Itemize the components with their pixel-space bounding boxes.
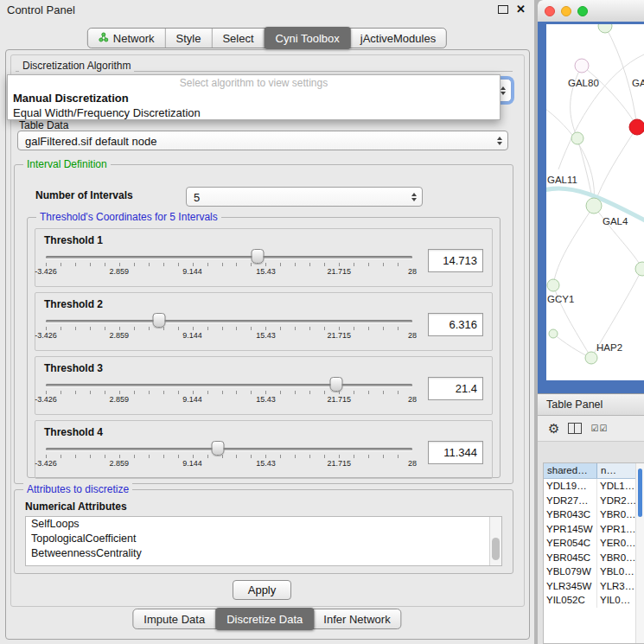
table-data-combobox[interactable]: galFiltered.sif default node	[17, 131, 508, 150]
scale-tick-label: -3.426	[35, 395, 57, 404]
gear-icon[interactable]: ⚙	[548, 422, 559, 435]
zoom-traffic-light-icon[interactable]	[577, 6, 588, 16]
number-of-intervals-combobox[interactable]: 5	[186, 187, 423, 207]
node-label: GAL80	[568, 78, 599, 88]
threshold-2-value-field[interactable]: 6.316	[428, 313, 483, 336]
tab-jactivemodules[interactable]: jActiveModules	[350, 29, 446, 48]
threshold-4-slider[interactable]: -3.4262.8599.14415.4321.71528	[44, 440, 414, 473]
threshold-3-value-field[interactable]: 21.4	[428, 377, 483, 400]
network-node[interactable]	[549, 329, 558, 338]
network-node[interactable]	[586, 198, 602, 214]
scale-tick-label: 2.859	[110, 267, 130, 276]
table-row[interactable]: YBL079WYBL0…	[544, 564, 644, 579]
scale-tick-label: 15.43	[256, 459, 276, 468]
table-cell[interactable]: YBR043C	[544, 507, 597, 522]
column-header-shared-name[interactable]: shared…	[544, 463, 597, 478]
table-cell[interactable]: YBL079W	[544, 564, 597, 579]
table-cell[interactable]: YPR145W	[544, 522, 597, 537]
table-cell[interactable]: YBR045C	[544, 551, 597, 565]
tab-select[interactable]: Select	[212, 29, 265, 48]
threshold-4-value-field[interactable]: 11.344	[428, 441, 483, 464]
table-row[interactable]: YDL19…YDL1…	[544, 479, 644, 494]
node-label: GA	[632, 78, 644, 88]
list-scrollbar[interactable]	[489, 517, 501, 565]
network-node[interactable]	[547, 279, 559, 291]
table-row[interactable]: YIL052CYIL0…	[544, 593, 644, 608]
tab-infer-network[interactable]: Infer Network	[313, 609, 400, 628]
control-panel-titlebar[interactable]: Control Panel ✕	[0, 0, 534, 21]
slider-scale-labels: -3.4262.8599.14415.4321.71528	[46, 331, 412, 341]
minimize-traffic-light-icon[interactable]	[561, 6, 571, 16]
scale-tick-label: -3.426	[35, 267, 57, 276]
slider-thumb[interactable]	[252, 249, 265, 264]
table-cell[interactable]: YDR27…	[544, 494, 597, 508]
table-row[interactable]: YDR27…YDR2…	[544, 494, 644, 508]
slider-thumb[interactable]	[152, 313, 165, 328]
tab-label: jActiveModules	[360, 32, 436, 45]
attribute-list-item[interactable]: SelfLoops	[26, 517, 501, 532]
table-body: YDL19…YDL1…YDR27…YDR2…YBR043CYBR0…YPR145…	[544, 479, 644, 608]
slider-ticks	[46, 455, 412, 458]
network-node[interactable]	[585, 352, 597, 364]
table-scrollbar[interactable]	[635, 463, 644, 643]
selected-network-node[interactable]	[629, 119, 644, 135]
table-cell[interactable]: YDL19…	[544, 479, 597, 494]
close-traffic-light-icon[interactable]	[545, 6, 555, 16]
thresholds-group: Threshold's Coordinates for 5 Intervals …	[27, 217, 501, 478]
columns-icon[interactable]	[568, 423, 582, 434]
table-row[interactable]: YLR345WYLR3…	[544, 579, 644, 594]
tab-style[interactable]: Style	[166, 29, 213, 48]
slider-track[interactable]	[46, 256, 412, 258]
tab-label: Impute Data	[143, 613, 205, 626]
table-panel-header[interactable]: Table Panel	[538, 393, 644, 416]
network-nodes	[547, 24, 644, 364]
scrollbar-thumb[interactable]	[492, 538, 500, 560]
slider-scale-labels: -3.4262.8599.14415.4321.71528	[46, 459, 412, 469]
attribute-list-item[interactable]: BetweennessCentrality	[26, 546, 501, 561]
dropdown-option-equal-width[interactable]: Equal Width/Frequency Discretization	[8, 105, 500, 120]
network-graph: GAL80 GA GAL11 GAL4 GCY1 HAP2	[546, 24, 644, 380]
table-row[interactable]: YBR045CYBR0…	[544, 551, 644, 565]
node-label: GCY1	[547, 294, 574, 304]
slider-ticks	[46, 327, 412, 330]
close-icon[interactable]: ✕	[516, 3, 526, 16]
discretization-group-label: Discretization Algorithm	[19, 60, 134, 72]
table-row[interactable]: YPR145WYPR1…	[544, 522, 644, 537]
attribute-list-item[interactable]: TopologicalCoefficient	[26, 532, 501, 546]
table-cell[interactable]: YIL052C	[544, 593, 597, 608]
control-panel-tabs: Network Style Select Cyni Toolbox jActiv…	[87, 28, 447, 48]
float-window-icon[interactable]	[498, 5, 508, 14]
table-cell[interactable]: YER054C	[544, 536, 597, 551]
network-canvas[interactable]: GAL80 GA GAL11 GAL4 GCY1 HAP2	[546, 24, 644, 380]
scale-tick-label: 15.43	[256, 267, 276, 276]
slider-track[interactable]	[46, 448, 412, 450]
apply-button[interactable]: Apply	[233, 580, 291, 600]
slider-thumb[interactable]	[212, 441, 225, 456]
table-cell[interactable]: YLR345W	[544, 579, 597, 594]
numerical-attributes-list[interactable]: SelfLoopsTopologicalCoefficientBetweenne…	[25, 516, 502, 566]
tab-discretize-data[interactable]: Discretize Data	[215, 608, 314, 630]
network-node[interactable]	[575, 59, 589, 73]
threshold-1-label: Threshold 1	[44, 234, 103, 246]
select-columns-icons[interactable]: ☑☑	[590, 424, 608, 433]
network-node[interactable]	[598, 24, 612, 33]
tab-impute-data[interactable]: Impute Data	[133, 609, 216, 628]
dropdown-option-manual-discretization[interactable]: Manual Discretization	[8, 91, 500, 105]
threshold-3-slider[interactable]: -3.4262.8599.14415.4321.71528	[44, 376, 414, 409]
threshold-1-slider[interactable]: -3.4262.8599.14415.4321.71528	[44, 248, 414, 281]
table-row[interactable]: YBR043CYBR0…	[544, 507, 644, 522]
threshold-1-value-field[interactable]: 14.713	[428, 249, 483, 272]
slider-thumb[interactable]	[330, 377, 343, 392]
scrollbar-thumb[interactable]	[638, 469, 642, 517]
attributes-group: Attributes to discretize Numerical Attri…	[14, 489, 513, 574]
tab-network[interactable]: Network	[88, 29, 166, 48]
tab-cyni-toolbox[interactable]: Cyni Toolbox	[265, 27, 351, 49]
network-node[interactable]	[635, 262, 644, 276]
node-labels: GAL80 GA GAL11 GAL4 GCY1 HAP2	[547, 78, 644, 353]
threshold-2-slider[interactable]: -3.4262.8599.14415.4321.71528	[44, 312, 414, 345]
network-window-titlebar[interactable]	[538, 0, 644, 22]
slider-track[interactable]	[46, 320, 412, 322]
network-node[interactable]	[571, 132, 583, 144]
table-row[interactable]: YER054CYER0…	[544, 536, 644, 551]
slider-track[interactable]	[46, 384, 412, 386]
